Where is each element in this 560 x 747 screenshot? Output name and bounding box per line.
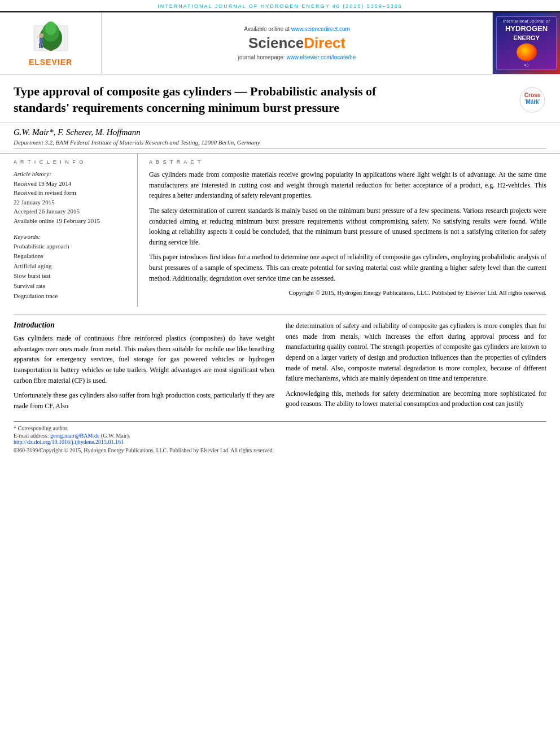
svg-text:Cross: Cross: [524, 92, 541, 98]
journal-homepage: journal homepage: www.elsevier.com/locat…: [238, 54, 356, 60]
received-1: Received 19 May 2014: [14, 179, 129, 189]
svg-rect-7: [39, 43, 41, 48]
two-col-info-abstract: A R T I C L E I N F O Article history: R…: [0, 153, 560, 307]
keyword-degradation: Degradation trace: [14, 291, 129, 302]
intro-para-right-2: Acknowledging this, methods for safety d…: [286, 388, 546, 409]
svg-point-4: [45, 21, 56, 35]
elsevier-tree-icon: [31, 20, 71, 56]
crossmark-badge[interactable]: Cross Mark: [518, 86, 546, 114]
keyword-regulations: Regulations: [14, 251, 129, 261]
article-title-section: Type approval of composite gas cylinders…: [0, 75, 560, 123]
thumb-icon: [517, 43, 537, 61]
history-label: Article history:: [14, 169, 129, 179]
journal-header: INTERNATIONAL JOURNAL OF HYDROGEN ENERGY…: [0, 0, 560, 12]
doi-link[interactable]: http://dx.doi.org/10.1016/j.ijhydene.201…: [14, 439, 124, 445]
keywords-block: Keywords: Probabilistic approach Regulat…: [14, 232, 129, 301]
received-2b: 22 January 2015: [14, 198, 129, 207]
introduction-title: Introduction: [14, 321, 274, 330]
article-main-title: Type approval of composite gas cylinders…: [14, 84, 409, 116]
keywords-label: Keywords:: [14, 232, 129, 242]
col-abstract: A B S T R A C T Gas cylinders made from …: [149, 154, 546, 307]
elsevier-wordmark: ELSEVIER: [29, 58, 72, 67]
authors-section: G.W. Mair*, F. Scherer, M. Hoffmann Depa…: [0, 123, 560, 148]
sciencedirect-url[interactable]: www.sciencedirect.com: [291, 26, 350, 32]
svg-rect-8: [41, 43, 43, 48]
email-label: E-mail address:: [14, 433, 49, 439]
journal-title-top: INTERNATIONAL JOURNAL OF HYDROGEN ENERGY…: [0, 3, 560, 9]
journal-thumb-inner: International Journal of HYDROGEN ENERGY…: [496, 16, 557, 70]
footer-email-line: E-mail address: georg.mair@BAM.de (G.W. …: [14, 433, 546, 439]
thumb-hydrogen-text: HYDROGEN: [505, 25, 548, 33]
article-title-text: Type approval of composite gas cylinders…: [14, 84, 513, 116]
abstract-label: A B S T R A C T: [149, 159, 546, 165]
thumb-energy-text: ENERGY: [513, 34, 539, 41]
keyword-probabilistic: Probabilistic approach: [14, 242, 129, 252]
thumb-intl-text: International Journal of: [503, 19, 550, 24]
elsevier-logo-area: ELSEVIER: [0, 12, 102, 74]
email-link[interactable]: georg.mair@BAM.de: [50, 433, 99, 439]
available-online-text: Available online at www.sciencedirect.co…: [244, 26, 350, 32]
thumb-40-text: 40: [524, 63, 528, 67]
footer-doi-line: http://dx.doi.org/10.1016/j.ijhydene.201…: [14, 439, 546, 445]
affiliation-line: Department 3.2, BAM Federal Institute of…: [14, 139, 546, 146]
journal-thumbnail: International Journal of HYDROGEN ENERGY…: [492, 12, 560, 74]
keyword-slow-burst: Slow burst test: [14, 271, 129, 281]
body-two-col-intro: Introduction Gas cylinders made of conti…: [0, 321, 560, 416]
sciencedirect-center: Available online at www.sciencedirect.co…: [102, 12, 492, 74]
body-col-right: the determination of safety and reliabil…: [286, 321, 546, 416]
keyword-survival-rate: Survival rate: [14, 281, 129, 291]
abstract-copyright: Copyright © 2015, Hydrogen Energy Public…: [149, 288, 546, 298]
svg-point-5: [39, 33, 43, 38]
journal-homepage-url[interactable]: www.elsevier.com/locate/he: [286, 54, 356, 60]
footer-copyright: 0360-3199/Copyright © 2015, Hydrogen Ene…: [14, 447, 546, 453]
abstract-para-2: The safety determination of current stan…: [149, 206, 546, 247]
crossmark-icon: Cross Mark: [519, 87, 545, 113]
section-divider-top: [14, 148, 546, 148]
available-online: Available online 19 February 2015: [14, 216, 129, 226]
header-bar: ELSEVIER Available online at www.science…: [0, 12, 560, 75]
section-divider-mid: [14, 314, 546, 315]
page-footer: * Corresponding author. E-mail address: …: [14, 421, 546, 453]
col-article-info: A R T I C L E I N F O Article history: R…: [14, 154, 138, 307]
sciencedirect-logo: ScienceDirect: [248, 34, 345, 52]
authors-text: G.W. Mair*, F. Scherer, M. Hoffmann: [14, 128, 141, 137]
accepted: Accepted 26 January 2015: [14, 207, 129, 216]
intro-para-right-1: the determination of safety and reliabil…: [286, 321, 546, 384]
intro-para-left-2: Unfortunately these gas cylinders also s…: [14, 390, 274, 411]
authors-line: G.W. Mair*, F. Scherer, M. Hoffmann: [14, 128, 546, 137]
received-2: Received in revised form: [14, 188, 129, 198]
article-info-label: A R T I C L E I N F O: [14, 159, 129, 165]
keyword-artificial-aging: Artificial aging: [14, 261, 129, 272]
abstract-para-1: Gas cylinders made from composite materi…: [149, 169, 546, 201]
abstract-block: Gas cylinders made from composite materi…: [149, 169, 546, 297]
email-person: (G.W. Mair).: [101, 433, 130, 439]
corresponding-author-note: * Corresponding author.: [14, 425, 546, 431]
abstract-para-3: This paper introduces first ideas for a …: [149, 252, 546, 283]
svg-rect-6: [40, 38, 43, 43]
body-col-left: Introduction Gas cylinders made of conti…: [14, 321, 274, 416]
intro-para-left-1: Gas cylinders made of continuous fibre r…: [14, 333, 274, 386]
article-history-block: Article history: Received 19 May 2014 Re…: [14, 169, 129, 225]
